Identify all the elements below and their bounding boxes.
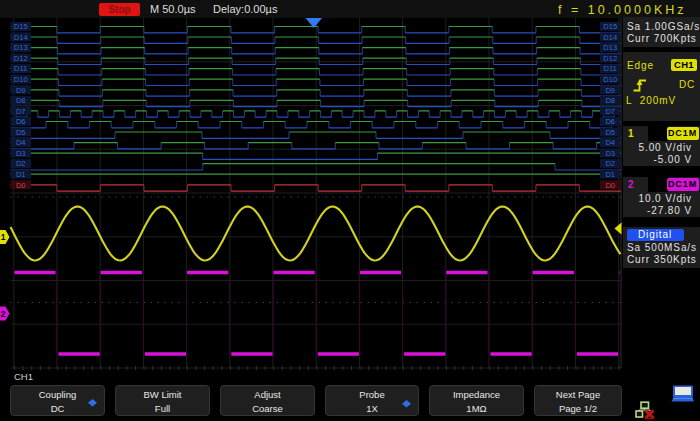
svg-text:D3: D3 [16,149,26,158]
svg-text:D9: D9 [16,86,26,95]
svg-text:D0: D0 [16,181,26,190]
svg-text:D7: D7 [605,107,615,116]
svg-text:D12: D12 [603,54,617,63]
svg-text:D2: D2 [605,159,615,168]
svg-text:D14: D14 [603,33,617,42]
svg-text:D10: D10 [14,75,28,84]
svg-text:D1: D1 [16,170,26,179]
svg-text:D10: D10 [603,75,617,84]
svg-text:D3: D3 [605,149,615,158]
svg-text:D2: D2 [16,159,26,168]
svg-text:D11: D11 [604,64,617,73]
svg-text:D13: D13 [603,43,617,52]
svg-text:1: 1 [1,232,6,242]
svg-text:D5: D5 [16,128,26,137]
svg-text:D4: D4 [16,138,26,147]
svg-text:D0: D0 [605,181,615,190]
svg-text:D4: D4 [605,138,615,147]
svg-text:D5: D5 [605,128,615,137]
svg-text:D9: D9 [605,86,615,95]
svg-text:D1: D1 [605,170,615,179]
svg-text:D14: D14 [14,33,28,42]
svg-text:D12: D12 [14,54,28,63]
svg-text:D11: D11 [14,64,27,73]
svg-text:D15: D15 [603,22,617,31]
svg-text:D6: D6 [605,117,615,126]
svg-text:D8: D8 [16,96,26,105]
svg-text:D8: D8 [605,96,615,105]
svg-text:D13: D13 [14,43,28,52]
svg-text:D6: D6 [16,117,26,126]
svg-text:2: 2 [1,309,6,319]
svg-text:D15: D15 [14,22,28,31]
svg-text:D7: D7 [16,107,26,116]
